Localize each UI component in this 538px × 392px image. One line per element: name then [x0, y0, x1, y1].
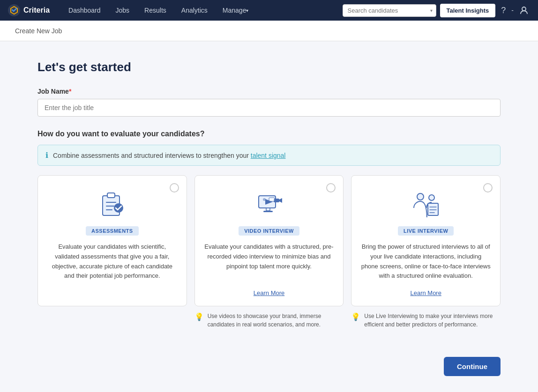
talent-insights-button[interactable]: Talent Insights — [440, 4, 496, 17]
tip-live-icon: 💡 — [351, 312, 360, 321]
eval-cards-row: ASSESSMENTS Evaluate your candidates wit… — [37, 175, 501, 306]
svg-rect-15 — [269, 198, 275, 201]
assessments-badge: ASSESSMENTS — [86, 226, 139, 236]
assessments-card[interactable]: ASSESSMENTS Evaluate your candidates wit… — [37, 175, 187, 306]
live-description: Bring the power of structured interviews… — [361, 242, 491, 284]
nav-analytics[interactable]: Analytics — [174, 0, 215, 21]
user-menu-button[interactable] — [517, 6, 531, 15]
svg-rect-3 — [107, 193, 115, 198]
brand-name: Criteria — [23, 6, 50, 15]
breadcrumb: Create New Job — [0, 21, 538, 41]
evaluate-question: How do you want to evaluate your candida… — [37, 130, 501, 138]
tip-video-text: Use videos to showcase your brand, immer… — [208, 312, 344, 329]
video-description: Evaluate your candidates with a structur… — [204, 242, 334, 284]
nav-right: ▾ Talent Insights ? - — [343, 4, 531, 17]
nav-separator: - — [511, 7, 514, 14]
video-learn-more[interactable]: Learn More — [254, 289, 284, 296]
main-content: Let's get started Job Name* How do you w… — [0, 41, 538, 348]
brand-logo[interactable]: Criteria — [7, 4, 50, 17]
talent-signal-link[interactable]: talent signal — [251, 152, 286, 159]
svg-rect-18 — [428, 203, 438, 215]
help-button[interactable]: ? — [499, 6, 508, 15]
job-title-input[interactable] — [37, 99, 501, 117]
video-icon — [255, 189, 283, 217]
video-interview-card[interactable]: VIDEO INTERVIEW Evaluate your candidates… — [194, 175, 344, 306]
live-icon — [411, 189, 441, 217]
tip-live-text: Use Live Interviewing to make your inter… — [364, 312, 501, 329]
nav-dashboard[interactable]: Dashboard — [61, 0, 108, 21]
page-footer: Continue — [0, 348, 538, 392]
page-title: Let's get started — [37, 60, 501, 74]
live-interview-card[interactable]: LIVE INTERVIEW Bring the power of struct… — [351, 175, 501, 306]
assessments-icon — [98, 189, 126, 217]
video-icon-area — [253, 187, 285, 220]
info-text: Combine assessments and structured inter… — [53, 152, 285, 159]
assessments-icon-area — [96, 187, 128, 220]
svg-marker-13 — [279, 198, 282, 203]
live-learn-more[interactable]: Learn More — [410, 289, 441, 296]
live-badge: LIVE INTERVIEW — [398, 226, 454, 236]
live-icon-area — [410, 187, 442, 220]
svg-rect-10 — [266, 208, 270, 211]
continue-button[interactable]: Continue — [444, 357, 501, 376]
assessments-radio[interactable] — [170, 183, 179, 192]
navbar: Criteria Dashboard Jobs Results Analytic… — [0, 0, 538, 21]
info-banner: ℹ Combine assessments and structured int… — [37, 145, 501, 166]
nav-results[interactable]: Results — [137, 0, 174, 21]
tip-video: 💡 Use videos to showcase your brand, imm… — [194, 312, 344, 329]
nav-links: Dashboard Jobs Results Analytics Manage — [61, 0, 343, 21]
tip-video-icon: 💡 — [194, 312, 204, 321]
required-indicator: * — [69, 88, 71, 95]
svg-point-17 — [429, 195, 434, 200]
assessments-description: Evaluate your candidates with scientific… — [47, 242, 177, 296]
breadcrumb-text: Create New Job — [15, 27, 62, 35]
svg-point-1 — [522, 7, 526, 11]
nav-manage[interactable]: Manage — [215, 0, 256, 21]
search-box: ▾ — [343, 4, 436, 17]
live-radio[interactable] — [483, 183, 493, 192]
svg-point-14 — [263, 198, 266, 201]
user-icon — [519, 6, 529, 15]
video-badge: VIDEO INTERVIEW — [239, 226, 299, 236]
video-radio[interactable] — [326, 183, 336, 192]
info-icon: ℹ — [45, 151, 48, 160]
job-name-label: Job Name* — [37, 88, 501, 95]
svg-rect-11 — [263, 211, 273, 212]
svg-point-16 — [417, 193, 424, 200]
help-icon: ? — [501, 6, 506, 15]
tips-row: 💡 Use videos to showcase your brand, imm… — [37, 312, 501, 329]
search-input[interactable] — [343, 4, 436, 17]
nav-jobs[interactable]: Jobs — [108, 0, 137, 21]
tip-live: 💡 Use Live Interviewing to make your int… — [351, 312, 501, 329]
